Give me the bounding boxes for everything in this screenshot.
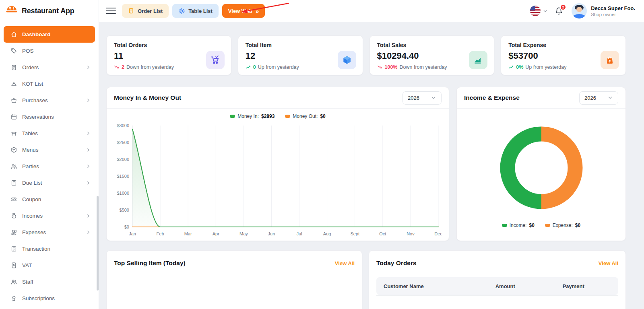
svg-text:Aug: Aug (323, 231, 331, 236)
clipboard-icon (10, 64, 17, 71)
user-info[interactable]: Decca Super Foo. Shop-owner (591, 5, 635, 17)
order-list-button[interactable]: Order List (122, 4, 169, 18)
orange-legend-chip (285, 115, 290, 118)
chevron-down-icon (607, 95, 613, 101)
svg-text:$1000: $1000 (117, 191, 129, 196)
sidebar-item-transaction[interactable]: Transaction (4, 241, 95, 257)
notification-badge: 2 (560, 4, 566, 10)
green-legend-chip (502, 224, 507, 227)
cube-icon (338, 51, 356, 69)
sidebar-item-due-list[interactable]: Due List (4, 175, 95, 191)
svg-text:Apr: Apr (213, 231, 219, 236)
sidebar-item-staff[interactable]: Staff (4, 274, 95, 290)
sidebar-item-reservations[interactable]: Reservations (4, 109, 95, 125)
sidebar-item-dashboard[interactable]: Dashboard (4, 26, 95, 43)
user-name: Decca Super Foo. (591, 5, 635, 11)
people-icon (10, 163, 17, 170)
chart-icon (469, 51, 487, 69)
legend-income[interactable]: Income: $0 (502, 222, 535, 228)
vat-receipt-icon (10, 262, 17, 269)
chevron-right-icon (86, 230, 91, 235)
trend-up-icon (246, 64, 251, 70)
sidebar-item-pos[interactable]: POS (4, 43, 95, 59)
double-chevron-icon: » (256, 8, 259, 14)
money-chart-legend: Money In:$2893 Money Out:$0 (107, 113, 449, 119)
chevron-down-icon (543, 8, 548, 14)
order-doc-icon (128, 8, 134, 14)
column-payment: Payment (536, 283, 611, 289)
svg-text:Nov: Nov (407, 231, 415, 236)
sidebar-item-coupon[interactable]: Coupon (4, 191, 95, 208)
stat-card-total-orders: Total Orders 11 2 Down from yesterday (106, 35, 231, 75)
hamburger-menu-icon[interactable] (106, 8, 116, 14)
box-icon (10, 146, 17, 153)
language-selector[interactable] (530, 6, 548, 16)
sidebar-scrollbar-thumb[interactable] (97, 196, 99, 290)
svg-text:Jul: Jul (297, 231, 302, 236)
stat-card-total-sales: Total Sales $10294.40 100% Down from yes… (369, 35, 495, 75)
svg-text:$2000: $2000 (117, 157, 129, 162)
sidebar-item-menus[interactable]: Menus (4, 142, 95, 158)
money-chart-svg: JanFebMarAprMayJunJulAugSeptOctNovDec$30… (113, 122, 442, 239)
svg-text:Mar: Mar (184, 231, 192, 236)
chevron-right-icon (86, 180, 91, 185)
top-selling-view-all-link[interactable]: View All (335, 260, 355, 266)
basket-icon (10, 97, 17, 104)
donut-legend: Income: $0 Expense: $0 (502, 222, 580, 228)
table-header-divider (376, 295, 618, 296)
sidebar-item-tables[interactable]: Tables (4, 125, 95, 142)
column-amount: Amount (475, 283, 536, 289)
orange-legend-chip (545, 224, 550, 227)
table-list-button[interactable]: Table List (172, 4, 219, 18)
legend-money-in[interactable]: Money In:$2893 (230, 113, 275, 119)
svg-text:$0: $0 (124, 225, 129, 229)
svg-text:Dec: Dec (434, 231, 442, 236)
staff-people-icon (10, 278, 17, 285)
topbar-right-cluster: 2 Decca Super Foo. Shop-owner (530, 3, 635, 19)
chevron-right-icon (86, 131, 91, 136)
sidebar-item-kot-list[interactable]: KOT List (4, 76, 95, 92)
green-legend-chip (230, 115, 235, 118)
stats-row: Total Orders 11 2 Down from yesterday To… (106, 35, 626, 75)
dashboard-content: Total Orders 11 2 Down from yesterday To… (99, 22, 644, 309)
today-orders-view-all-link[interactable]: View All (599, 260, 618, 266)
chevron-down-icon (431, 95, 436, 101)
chevron-right-icon (86, 147, 91, 152)
view-web-button[interactable]: View Web » (222, 4, 265, 18)
banknote-hand-icon (10, 229, 17, 236)
svg-text:$1500: $1500 (117, 174, 129, 179)
svg-text:$3000: $3000 (117, 123, 129, 128)
legend-money-out[interactable]: Money Out:$0 (285, 113, 325, 119)
donut-year-dropdown[interactable]: 2026 (579, 91, 618, 105)
svg-text:Jun: Jun (268, 231, 275, 236)
sidebar-item-orders[interactable]: Orders (4, 59, 95, 76)
app-title: Restaurant App (22, 7, 74, 15)
tag-icon (10, 47, 17, 54)
sidebar-item-purchases[interactable]: Purchases (4, 92, 95, 109)
income-expense-panel: Income & Expense 2026 Income: $0 (456, 87, 626, 241)
bottom-row: Top Selling Item (Today) View All Today … (106, 250, 626, 309)
chevron-right-icon (86, 98, 91, 103)
legend-expense[interactable]: Expense: $0 (545, 222, 580, 228)
trend-down-icon (114, 64, 120, 70)
user-avatar[interactable] (572, 3, 587, 19)
charts-row: Money In & Money Out 2026 Money In:$2893 (106, 87, 626, 241)
money-year-dropdown[interactable]: 2026 (402, 91, 442, 105)
app-root: Restaurant App Dashboard POS Orders KOT … (0, 0, 644, 309)
cart-icon (206, 51, 225, 69)
ticket-icon (10, 196, 17, 203)
sidebar-item-expenses[interactable]: Expenses (4, 224, 95, 241)
chevron-right-icon (86, 65, 91, 70)
svg-text:Sept: Sept (350, 231, 359, 236)
notifications-button[interactable]: 2 (554, 6, 564, 16)
sidebar-item-subscriptions[interactable]: Subscriptions (4, 290, 95, 307)
gear-icon (178, 8, 185, 14)
sidebar-item-vat[interactable]: VAT (4, 257, 95, 274)
sidebar-item-incomes[interactable]: Incomes (4, 208, 95, 224)
today-orders-table-header: Customer Name Amount Payment (376, 277, 618, 295)
column-customer-name: Customer Name (384, 283, 475, 289)
app-logo[interactable]: Restaurant App (0, 0, 99, 22)
sidebar-item-parties[interactable]: Parties (4, 158, 95, 175)
svg-text:$2500: $2500 (117, 140, 129, 145)
main-area: Order List Table List View Web » (99, 0, 644, 309)
